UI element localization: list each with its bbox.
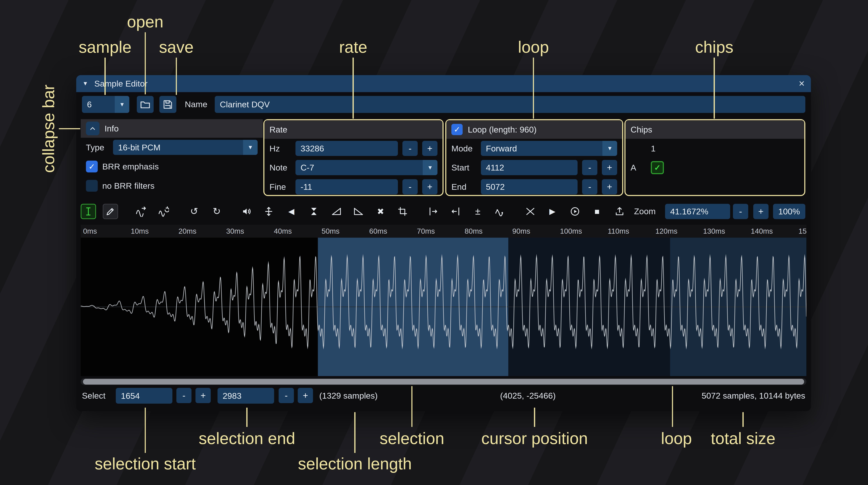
note-label: Note — [270, 163, 291, 172]
hz-increment-button[interactable]: + — [422, 141, 437, 156]
plus-minus-icon: ± — [475, 206, 480, 216]
trim-button[interactable] — [395, 204, 410, 219]
undo-icon: ↺ — [190, 206, 198, 216]
hz-input[interactable]: 33286 — [296, 141, 398, 156]
normalize-button[interactable] — [261, 204, 276, 219]
redo-icon: ↻ — [213, 206, 221, 216]
folder-open-icon — [140, 99, 151, 110]
no-brr-filters-checkbox[interactable] — [86, 180, 98, 192]
insert-silence-button[interactable] — [426, 204, 441, 219]
window-collapse-icon[interactable]: ▼ — [83, 80, 88, 87]
crossfade-loop-button[interactable] — [523, 204, 538, 219]
chips-header: Chips — [625, 120, 804, 139]
sample-selector[interactable]: 6 ▼ — [82, 96, 129, 113]
info-type-row: Type 16-bit PCM ▼ — [81, 138, 262, 157]
collapse-bar-button[interactable] — [86, 122, 99, 135]
preview-loop-button[interactable] — [567, 204, 583, 219]
annotation-loop-bottom-line — [672, 386, 673, 427]
annotation-collapse-bar-line — [59, 128, 81, 129]
loop-start-increment-button[interactable]: + — [602, 160, 617, 175]
import-button[interactable] — [612, 204, 627, 219]
loop-end-decrement-button[interactable]: - — [582, 179, 597, 194]
loop-mode-select[interactable]: Forward ▼ — [481, 141, 617, 156]
loop-enable-checkbox[interactable]: ✓ — [452, 124, 463, 135]
selection-start-increment-button[interactable]: + — [195, 388, 211, 403]
ruler-label: 100ms — [560, 227, 582, 235]
chip-a1-checkbox[interactable]: ✓ — [651, 161, 664, 174]
invert-icon — [309, 206, 319, 217]
brr-emphasis-checkbox[interactable]: ✓ — [86, 161, 98, 172]
selection-end-decrement-button[interactable]: - — [279, 388, 294, 403]
filter-button[interactable] — [492, 204, 507, 219]
waveform-view[interactable] — [81, 238, 806, 376]
rate-note-row: Note C-7 ▼ — [265, 158, 442, 177]
invert-button[interactable] — [306, 204, 321, 219]
sample-selector-value: 6 — [82, 100, 92, 109]
select-tool-button[interactable] — [81, 204, 96, 219]
open-sample-button[interactable] — [137, 96, 154, 113]
note-select[interactable]: C-7 ▼ — [296, 160, 437, 175]
ruler-label: 50ms — [321, 227, 339, 235]
zoom-label: Zoom — [634, 204, 656, 219]
resample-button[interactable] — [156, 204, 171, 219]
fade-out-button[interactable] — [351, 204, 366, 219]
zoom-reset-button[interactable]: 100% — [773, 204, 805, 219]
fine-increment-button[interactable]: + — [422, 179, 437, 194]
zoom-out-button[interactable]: - — [733, 204, 748, 219]
chips-section: Chips 1 A ✓ — [624, 119, 805, 196]
crossfade-x-icon — [525, 206, 536, 217]
selection-start-decrement-button[interactable]: - — [176, 388, 192, 403]
close-icon[interactable]: × — [799, 78, 805, 89]
selection-end-value: 2983 — [222, 391, 242, 401]
amplify-button[interactable] — [239, 204, 254, 219]
stop-button[interactable]: ■ — [589, 204, 604, 219]
sign-button[interactable]: ± — [470, 204, 485, 219]
loop-header: ✓ Loop (length: 960) — [446, 120, 622, 139]
sample-name-input[interactable]: Clarinet DQV — [215, 96, 805, 113]
reverse-button[interactable]: ◀ — [284, 204, 299, 219]
loop-end-input[interactable]: 5072 — [481, 179, 578, 194]
total-size-text: 5072 samples, 10144 bytes — [702, 387, 805, 405]
zoom-input[interactable]: 41.1672% — [665, 204, 730, 219]
annotation-selection-label: selection — [380, 429, 444, 448]
status-bar: Select 1654 - + 2983 - + (1329 samples) … — [81, 387, 806, 405]
type-label: Type — [86, 142, 108, 152]
loop-end-increment-button[interactable]: + — [602, 179, 617, 194]
info-section: Info Type 16-bit PCM ▼ ✓ BRR emphasis no… — [81, 119, 262, 196]
reverse-icon: ◀ — [288, 207, 294, 216]
undo-button[interactable]: ↺ — [186, 204, 202, 219]
selection-start-input[interactable]: 1654 — [116, 388, 173, 403]
loop-start-input[interactable]: 4112 — [481, 160, 578, 175]
fade-in-button[interactable] — [329, 204, 344, 219]
window-titlebar[interactable]: ▼ Sample Editor × — [76, 75, 811, 92]
scrollbar-thumb[interactable] — [83, 379, 804, 385]
selection-end-input[interactable]: 2983 — [218, 388, 274, 403]
apply-silence-icon — [450, 206, 461, 217]
save-sample-button[interactable] — [159, 96, 176, 113]
fine-input[interactable]: -11 — [296, 179, 398, 194]
waveform-scrollbar[interactable] — [81, 378, 806, 385]
ruler-label: 30ms — [226, 227, 244, 235]
loop-start-decrement-button[interactable]: - — [582, 160, 597, 175]
rate-fine-row: Fine -11 - + — [265, 177, 442, 197]
hz-label: Hz — [270, 143, 291, 153]
hz-decrement-button[interactable]: - — [402, 141, 418, 156]
annotation-selection-end-line — [246, 408, 248, 427]
wave-resize-icon — [135, 206, 146, 217]
redo-button[interactable]: ↻ — [209, 204, 224, 219]
pencil-icon — [105, 206, 116, 217]
ruler-label: 70ms — [417, 227, 435, 235]
annotation-selection-end-label: selection end — [198, 429, 295, 448]
selection-end-increment-button[interactable]: + — [298, 388, 313, 403]
zoom-in-button[interactable]: + — [753, 204, 769, 219]
apply-silence-button[interactable] — [448, 204, 463, 219]
annotation-rate-label: rate — [339, 38, 367, 57]
preview-button[interactable]: ▶ — [545, 204, 560, 219]
delete-button[interactable]: ✖ — [373, 204, 388, 219]
type-select[interactable]: 16-bit PCM ▼ — [113, 140, 258, 155]
fine-decrement-button[interactable]: - — [402, 179, 418, 194]
resize-button[interactable] — [133, 204, 149, 219]
note-value: C-7 — [296, 163, 314, 172]
waveform-canvas[interactable] — [81, 238, 806, 376]
draw-tool-button[interactable] — [103, 204, 118, 219]
